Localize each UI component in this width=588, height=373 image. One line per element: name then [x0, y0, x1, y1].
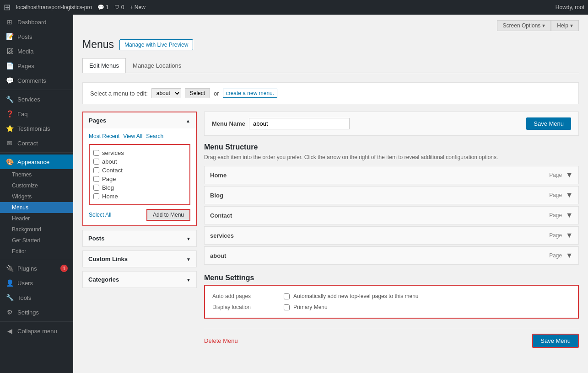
- comments-notif[interactable]: 💬 1: [97, 4, 109, 11]
- menu-item-services[interactable]: services Page ▼: [204, 226, 579, 245]
- dashboard-icon: ⊞: [5, 18, 14, 26]
- auto-add-checkbox[interactable]: [284, 293, 290, 299]
- screen-options-btn[interactable]: Screen Options ▾: [497, 20, 551, 31]
- tab-manage-locations[interactable]: Manage Locations: [126, 58, 188, 73]
- sidebar-label-media: Media: [17, 48, 33, 55]
- sidebar-item-editor[interactable]: Editor: [0, 246, 73, 257]
- menu-item-arrow-services[interactable]: ▼: [566, 231, 573, 240]
- sidebar-item-widgets[interactable]: Widgets: [0, 191, 73, 202]
- sidebar-item-customize[interactable]: Customize: [0, 180, 73, 191]
- view-all-tab[interactable]: View All: [123, 133, 142, 139]
- label-about: about: [102, 158, 117, 165]
- menu-item-arrow-about[interactable]: ▼: [566, 251, 573, 260]
- display-location-desc: Primary Menu: [293, 304, 328, 310]
- main-content: Screen Options ▾ Help ▾ Menus Manage wit…: [73, 15, 588, 373]
- structure-title: Menu Structure: [204, 143, 579, 151]
- checkbox-services[interactable]: [93, 150, 99, 156]
- sidebar-item-posts[interactable]: 📝 Posts: [0, 29, 73, 44]
- sidebar-label-testimonials: Testimonials: [17, 125, 50, 132]
- menu-item-arrow-blog[interactable]: ▼: [566, 191, 573, 199]
- menu-item-home[interactable]: Home Page ▼: [204, 166, 579, 184]
- sidebar-item-collapse[interactable]: ◀ Collapse menu: [0, 324, 73, 338]
- menu-name-input[interactable]: about: [249, 118, 350, 129]
- sidebar-item-menus[interactable]: Menus: [0, 202, 73, 213]
- select-menu-label: Select a menu to edit:: [90, 90, 148, 97]
- menus-layout: Pages Most Recent View All Search servic…: [82, 112, 579, 353]
- checkbox-page[interactable]: [93, 176, 99, 182]
- select-all-link[interactable]: Select All: [89, 212, 111, 218]
- custom-links-accordion-header[interactable]: Custom Links: [83, 251, 196, 267]
- sidebar-item-faq[interactable]: ❓ Faq: [0, 107, 73, 121]
- display-location-label: Display location: [212, 304, 276, 310]
- menu-item-type-about: Page: [549, 252, 562, 259]
- sidebar-item-header[interactable]: Header: [0, 213, 73, 224]
- menu-item-type-blog: Page: [549, 192, 562, 198]
- categories-accordion-header[interactable]: Categories: [83, 272, 196, 288]
- posts-accordion-header[interactable]: Posts: [83, 230, 196, 246]
- most-recent-tab[interactable]: Most Recent: [89, 133, 119, 139]
- add-to-menu-btn[interactable]: Add to Menu: [146, 209, 190, 221]
- sidebar-label-pages: Pages: [17, 63, 34, 69]
- sidebar-item-dashboard[interactable]: ⊞ Dashboard: [0, 15, 73, 29]
- sidebar-item-contact[interactable]: ✉ Contact: [0, 136, 73, 150]
- display-location-checkbox[interactable]: [284, 304, 290, 310]
- menu-name-inner: Menu Name about: [212, 118, 350, 129]
- checkbox-blog[interactable]: [93, 185, 99, 191]
- pages-accordion: Pages Most Recent View All Search servic…: [82, 112, 197, 226]
- menu-name-row: Menu Name about Save Menu: [204, 112, 579, 136]
- screen-options-chevron: ▾: [542, 22, 545, 29]
- sidebar: ⊞ Dashboard 📝 Posts 🖼 Media 📄 Pages 💬 Co…: [0, 15, 73, 373]
- menu-select[interactable]: about: [151, 88, 181, 98]
- menu-item-arrow-home[interactable]: ▼: [566, 171, 573, 179]
- custom-links-accordion: Custom Links: [82, 250, 197, 267]
- sidebar-item-plugins[interactable]: 🔌 Plugins 1: [0, 261, 73, 276]
- save-menu-btn-top[interactable]: Save Menu: [526, 117, 571, 130]
- live-preview-btn[interactable]: Manage with Live Preview: [119, 39, 193, 50]
- label-page: Page: [102, 176, 116, 182]
- delete-menu-link[interactable]: Delete Menu: [204, 337, 238, 344]
- checkbox-contact[interactable]: [93, 167, 99, 173]
- menu-item-contact[interactable]: Contact Page ▼: [204, 206, 579, 224]
- sidebar-label-plugins: Plugins: [17, 265, 37, 272]
- checkbox-about[interactable]: [93, 159, 99, 165]
- sidebar-item-settings[interactable]: ⚙ Settings: [0, 305, 73, 320]
- pages-accordion-header[interactable]: Pages: [83, 112, 196, 128]
- screen-options-label: Screen Options: [503, 22, 541, 29]
- sidebar-item-themes[interactable]: Themes: [0, 169, 73, 180]
- create-new-menu-link[interactable]: create a new menu.: [223, 89, 277, 98]
- site-url[interactable]: localhost/transport-logistics-pro: [16, 4, 92, 11]
- checkbox-home[interactable]: [93, 193, 99, 199]
- sidebar-item-testimonials[interactable]: ⭐ Testimonials: [0, 121, 73, 136]
- sidebar-label-comments: Comments: [17, 77, 46, 84]
- sidebar-item-background[interactable]: Background: [0, 224, 73, 235]
- menu-item-about[interactable]: about Page ▼: [204, 246, 579, 265]
- sidebar-label-customize: Customize: [12, 182, 38, 189]
- left-column: Pages Most Recent View All Search servic…: [82, 112, 197, 292]
- notif-count[interactable]: 🗨 0: [114, 4, 124, 11]
- menu-item-blog[interactable]: Blog Page ▼: [204, 186, 579, 204]
- sidebar-item-get-started[interactable]: Get Started: [0, 235, 73, 246]
- sidebar-item-media[interactable]: 🖼 Media: [0, 44, 73, 59]
- sidebar-item-appearance[interactable]: 🎨 Appearance: [0, 155, 73, 169]
- help-btn[interactable]: Help ▾: [551, 20, 579, 31]
- pages-icon: 📄: [5, 62, 14, 69]
- new-content-btn[interactable]: + New: [129, 4, 145, 11]
- save-menu-btn-bottom[interactable]: Save Menu: [532, 334, 579, 348]
- right-column: Menu Name about Save Menu Menu Structure…: [204, 112, 579, 353]
- menu-item-right-blog: Page ▼: [549, 191, 573, 199]
- settings-auto-add-row: Auto add pages Automatically add new top…: [212, 293, 571, 299]
- sidebar-item-users[interactable]: 👤 Users: [0, 276, 73, 290]
- sidebar-item-pages[interactable]: 📄 Pages: [0, 59, 73, 73]
- sidebar-item-services[interactable]: 🔧 Services: [0, 92, 73, 107]
- categories-title: Categories: [88, 276, 119, 283]
- menu-item-arrow-contact[interactable]: ▼: [566, 211, 573, 219]
- select-menu-btn[interactable]: Select: [185, 88, 210, 98]
- sidebar-item-tools[interactable]: 🔧 Tools: [0, 290, 73, 305]
- comments-icon: 💬: [5, 77, 14, 84]
- tools-icon: 🔧: [5, 294, 14, 301]
- tab-edit-menus[interactable]: Edit Menus: [82, 58, 126, 73]
- search-tab[interactable]: Search: [146, 133, 163, 139]
- wp-logo-icon[interactable]: ⊞: [4, 2, 11, 12]
- page-item-home: Home: [93, 192, 186, 201]
- sidebar-item-comments[interactable]: 💬 Comments: [0, 73, 73, 88]
